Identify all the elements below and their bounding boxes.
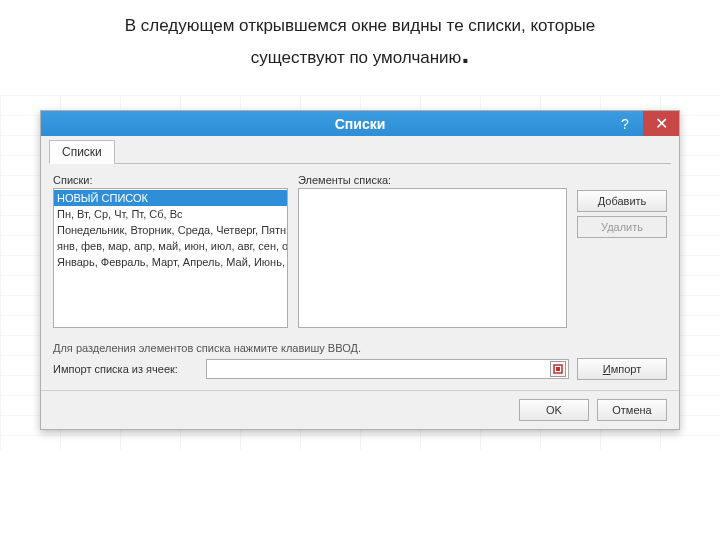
cancel-button[interactable]: Отмена: [597, 399, 667, 421]
list-items-textarea[interactable]: [298, 188, 567, 328]
list-item[interactable]: Пн, Вт, Ср, Чт, Пт, Сб, Вс: [54, 206, 287, 222]
caption-line-1: В следующем открывшемся окне видны те сп…: [125, 16, 596, 35]
range-picker-icon[interactable]: [550, 361, 566, 377]
list-item[interactable]: янв, фев, мар, апр, май, июн, июл, авг, …: [54, 238, 287, 254]
list-item[interactable]: Понедельник, Вторник, Среда, Четверг, Пя…: [54, 222, 287, 238]
lists-listbox[interactable]: НОВЫЙ СПИСОК Пн, Вт, Ср, Чт, Пт, Сб, Вс …: [53, 188, 288, 328]
cancel-button-label: Отмена: [612, 404, 651, 416]
help-icon[interactable]: ?: [607, 111, 643, 136]
tab-strip: Списки: [41, 136, 679, 164]
hint-text: Для разделения элементов списка нажмите …: [41, 336, 679, 356]
add-button[interactable]: Добавить: [577, 190, 667, 212]
import-button[interactable]: Импорт: [577, 358, 667, 380]
lists-label: Списки:: [53, 174, 288, 186]
tab-lists[interactable]: Списки: [49, 140, 115, 164]
ok-button-label: OK: [546, 404, 562, 416]
svg-rect-1: [556, 367, 560, 371]
import-button-label-rest: мпорт: [611, 363, 642, 375]
dialog-title: Списки: [335, 116, 386, 132]
lists-dialog: Списки ? ✕ Списки Списки: НОВЫЙ СПИСОК П…: [40, 110, 680, 430]
page-caption: В следующем открывшемся окне видны те сп…: [0, 0, 720, 75]
dialog-titlebar: Списки ? ✕: [41, 111, 679, 136]
close-icon[interactable]: ✕: [643, 111, 679, 136]
add-button-label-rest: обавить: [605, 195, 646, 207]
ok-button[interactable]: OK: [519, 399, 589, 421]
items-label: Элементы списка:: [298, 174, 567, 186]
import-range-input[interactable]: [206, 359, 569, 379]
caption-line-2: существуют по умолчанию: [251, 48, 462, 67]
delete-button: Удалить: [577, 216, 667, 238]
caption-period: .: [461, 38, 469, 69]
list-item[interactable]: Январь, Февраль, Март, Апрель, Май, Июнь…: [54, 254, 287, 270]
delete-button-label: Удалить: [601, 221, 643, 233]
list-item[interactable]: НОВЫЙ СПИСОК: [54, 190, 287, 206]
import-from-label: Импорт списка из ячеек:: [53, 363, 198, 375]
dialog-footer: OK Отмена: [41, 390, 679, 429]
tab-lists-label: Списки: [62, 145, 102, 159]
